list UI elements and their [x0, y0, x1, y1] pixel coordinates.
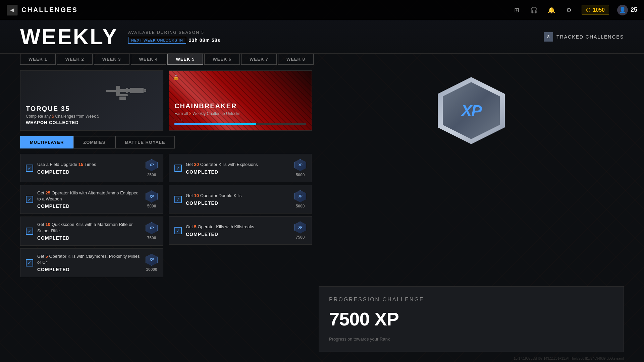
top-navigation: ◀ CHALLENGES ⊞ 🎧 🔔 ⚙ ⬡ 1050 👤 25 — [0, 0, 644, 20]
xp-amount-7: 7500 — [296, 235, 305, 240]
xp-icon-2: XP — [146, 190, 158, 202]
tab-multiplayer[interactable]: MULTIPLAYER — [20, 136, 73, 148]
debug-info: 10.17.1937355| [67:143:11261+11:A] Tho[7… — [514, 357, 624, 360]
progress-text: 5 / 8 — [174, 118, 306, 122]
reward-status-torque: WEAPON COLLECTED — [26, 120, 158, 125]
progression-card: PROGRESSION CHALLENGE 7500 XP Progressio… — [319, 286, 624, 352]
grid-icon[interactable]: ⊞ — [512, 5, 521, 15]
challenge-column-right: ✓ Get 20 Operator Kills with Explosions … — [169, 154, 312, 277]
challenge-checkbox-3[interactable]: ✓ — [26, 228, 33, 235]
xp-amount-4: 10000 — [146, 267, 157, 272]
next-week-label: NEXT WEEK UNLOCKS IN — [128, 37, 186, 44]
challenge-item-4: ✓ Get 5 Operator Kills with Claymores, P… — [20, 248, 163, 277]
season-info: AVAILABLE DURING SEASON 5 NEXT WEEK UNLO… — [128, 30, 220, 44]
challenge-item-1: ✓ Use a Field Upgrade 15 Times COMPLETED… — [20, 154, 163, 182]
back-button[interactable]: ◀ CHALLENGES — [7, 5, 78, 15]
challenge-xp-4: XP 10000 — [146, 254, 158, 272]
challenge-text-2: Get 25 Operator Kills with Alternate Amm… — [37, 190, 142, 209]
challenge-item-6: ✓ Get 10 Operator Double Kills COMPLETED… — [169, 185, 312, 214]
challenge-status-7: COMPLETED — [186, 232, 290, 237]
challenge-desc-5: Get 20 Operator Kills with Explosions — [186, 162, 290, 168]
tab-week-6[interactable]: WEEK 6 — [204, 54, 240, 65]
gear-icon[interactable]: ⚙ — [564, 5, 574, 15]
nav-title: CHALLENGES — [21, 6, 78, 14]
chainbreaker-suffix: Weekly Challenge Unlocks — [192, 111, 240, 116]
reward-desc-chainbreaker: Earn all 8 Weekly Challenge Unlocks — [174, 111, 306, 116]
tab-week-2[interactable]: WEEK 2 — [57, 54, 93, 65]
xp-amount-6: 5000 — [296, 204, 305, 208]
svg-rect-5 — [130, 92, 144, 93]
svg-rect-0 — [119, 89, 146, 92]
challenge-status-3: COMPLETED — [37, 235, 142, 241]
svg-rect-4 — [130, 88, 144, 89]
main-content: TORQUE 35 Complete any 5 Challenges from… — [20, 70, 624, 352]
challenge-xp-2: XP 5000 — [146, 190, 158, 208]
progress-bar-bg — [174, 123, 306, 125]
challenge-checkbox-6[interactable]: ✓ — [174, 196, 182, 203]
player-level: 👤 25 — [617, 5, 637, 15]
right-panel: XP PROGRESSION CHALLENGE 7500 XP Progres… — [319, 70, 624, 352]
check-icon-7: ✓ — [176, 228, 180, 233]
check-icon-2: ✓ — [28, 197, 32, 202]
progression-title: PROGRESSION CHALLENGE — [329, 297, 613, 303]
challenge-checkbox-1[interactable]: ✓ — [26, 165, 33, 172]
page-title: WEEKLY — [20, 26, 118, 48]
challenge-item-2: ✓ Get 25 Operator Kills with Alternate A… — [20, 185, 163, 214]
xp-badge-text: XP — [461, 102, 481, 120]
svg-rect-7 — [118, 94, 128, 96]
tab-week-3[interactable]: WEEK 3 — [94, 54, 129, 65]
challenge-text-3: Get 10 Quickscope Kills with a Marksman … — [37, 222, 142, 240]
xp-icon-5: XP — [294, 159, 306, 171]
challenge-status-6: COMPLETED — [186, 200, 290, 206]
tab-week-8[interactable]: WEEK 8 — [278, 54, 314, 65]
tab-zombies[interactable]: ZOMBIES — [73, 136, 115, 148]
svg-rect-8 — [119, 97, 126, 100]
nav-right-section: ⊞ 🎧 🔔 ⚙ ⬡ 1050 👤 25 — [512, 5, 637, 15]
challenge-text-6: Get 10 Operator Double Kills COMPLETED — [186, 193, 290, 205]
currency-display: ⬡ 1050 — [582, 5, 609, 15]
xp-amount-2: 5000 — [147, 204, 156, 208]
challenge-text-5: Get 20 Operator Kills with Explosions CO… — [186, 162, 290, 174]
tab-week-1[interactable]: WEEK 1 — [20, 54, 56, 65]
tab-week-4[interactable]: WEEK 4 — [131, 54, 166, 65]
timer-row: NEXT WEEK UNLOCKS IN 23h 08m 58s — [128, 37, 220, 44]
tab-week-5[interactable]: WEEK 5 — [167, 54, 203, 65]
challenge-status-1: COMPLETED — [37, 169, 142, 175]
mode-tabs: MULTIPLAYER ZOMBIES BATTLE ROYALE — [20, 136, 312, 148]
headset-icon[interactable]: 🎧 — [529, 5, 539, 15]
progression-description: Progression towards your Rank — [329, 337, 613, 342]
timer-value: 23h 08m 58s — [189, 38, 220, 43]
player-icon: 👤 — [617, 5, 628, 15]
left-panel: TORQUE 35 Complete any 5 Challenges from… — [20, 70, 312, 352]
challenge-desc-4: Get 5 Operator Kills with Claymores, Pro… — [37, 253, 142, 265]
challenge-text-1: Use a Field Upgrade 15 Times COMPLETED — [37, 162, 142, 174]
challenge-column-left: ✓ Use a Field Upgrade 15 Times COMPLETED… — [20, 154, 163, 277]
challenge-checkbox-2[interactable]: ✓ — [26, 196, 33, 203]
challenge-checkbox-5[interactable]: ✓ — [174, 165, 182, 172]
coin-icon: ⬡ — [586, 7, 591, 13]
challenge-checkbox-4[interactable]: ✓ — [26, 259, 33, 266]
challenge-item-5: ✓ Get 20 Operator Kills with Explosions … — [169, 154, 312, 182]
week-tabs: WEEK 1 WEEK 2 WEEK 3 WEEK 4 WEEK 5 WEEK … — [20, 54, 314, 65]
reward-name-torque: TORQUE 35 — [26, 105, 158, 113]
tab-battle-royale[interactable]: BATTLE ROYALE — [115, 136, 175, 148]
tracked-challenges-button[interactable]: 8 TRACKED CHALLENGES — [544, 32, 624, 42]
reward-card-torque35: TORQUE 35 Complete any 5 Challenges from… — [20, 70, 163, 131]
xp-amount-5: 5000 — [296, 173, 305, 177]
currency-amount: 1050 — [593, 7, 605, 13]
check-icon-3: ✓ — [28, 229, 32, 234]
reward-desc-prefix: Complete any — [26, 114, 52, 119]
challenge-checkbox-7[interactable]: ✓ — [174, 227, 182, 234]
bell-icon[interactable]: 🔔 — [547, 5, 556, 15]
challenge-desc-7: Get 5 Operator Kills with Killstreaks — [186, 224, 290, 230]
challenge-xp-6: XP 5000 — [294, 190, 306, 208]
lock-icon: 🔒 — [173, 75, 179, 80]
challenge-desc-1: Use a Field Upgrade 15 Times — [37, 162, 142, 168]
tracked-count-badge: 8 — [544, 32, 553, 42]
challenge-xp-7: XP 7500 — [294, 222, 306, 240]
svg-rect-3 — [126, 88, 128, 93]
tab-week-7[interactable]: WEEK 7 — [241, 54, 277, 65]
svg-marker-6 — [143, 88, 146, 93]
back-arrow-icon[interactable]: ◀ — [7, 5, 17, 15]
challenge-status-5: COMPLETED — [186, 169, 290, 175]
